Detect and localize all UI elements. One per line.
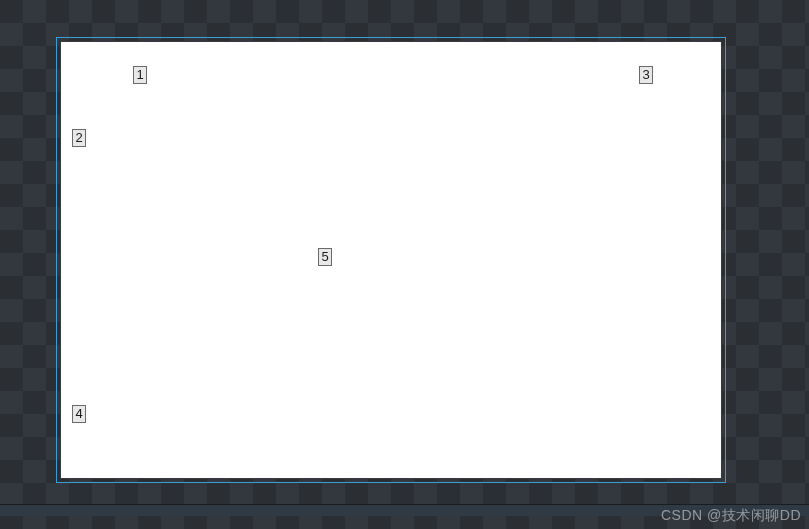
status-bar (0, 504, 809, 516)
anchor-point-2[interactable]: 2 (72, 129, 86, 147)
anchor-point-3[interactable]: 3 (639, 66, 653, 84)
canvas-selection-border[interactable]: 1 2 3 4 5 (56, 37, 726, 483)
anchor-point-4[interactable]: 4 (72, 405, 86, 423)
anchor-point-1[interactable]: 1 (133, 66, 147, 84)
design-canvas[interactable]: 1 2 3 4 5 (60, 41, 722, 479)
anchor-point-5[interactable]: 5 (318, 248, 332, 266)
